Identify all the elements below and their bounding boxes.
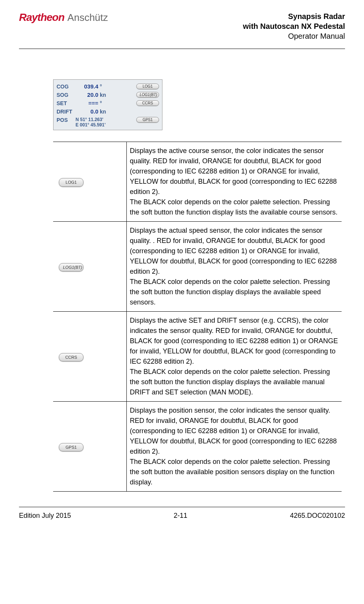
radar-panel: COG 039.4 ° LOG1 SOG 20.0 kn LOG1(BT) SE… bbox=[53, 79, 162, 130]
radar-row-cog: COG 039.4 ° LOG1 bbox=[57, 82, 159, 90]
radar-unit: kn bbox=[98, 109, 109, 115]
description-cell: Displays the position sensor, the color … bbox=[127, 402, 342, 492]
radar-unit: ° bbox=[98, 100, 109, 106]
radar-row-pos: POS N 51° 11.263' E 001° 45.591' GPS1 bbox=[57, 117, 159, 128]
log1-button[interactable]: LOG1 bbox=[59, 178, 84, 187]
table-row: GPS1 Displays the position sensor, the c… bbox=[53, 402, 342, 492]
ccrs-button[interactable]: CCRS bbox=[136, 100, 159, 106]
ccrs-button[interactable]: CCRS bbox=[59, 353, 84, 362]
pos-line2: E 001° 45.591' bbox=[76, 122, 106, 128]
logo: Raytheon Anschütz bbox=[19, 11, 108, 24]
description-cell: Displays the active SET and DRIFT sensor… bbox=[127, 312, 342, 402]
table-row: LOG1(BT) Displays the actual speed senso… bbox=[53, 222, 342, 312]
footer-page: 2-11 bbox=[71, 512, 290, 520]
radar-value: 20.0 bbox=[76, 91, 98, 98]
table-row: CCRS Displays the active SET and DRIFT s… bbox=[53, 312, 342, 402]
description-cell: Displays the actual speed sensor, the co… bbox=[127, 222, 342, 312]
gps1-button[interactable]: GPS1 bbox=[136, 117, 159, 123]
footer-edition: Edition July 2015 bbox=[19, 512, 71, 520]
header-title-line1: Synapsis Radar bbox=[243, 11, 345, 21]
radar-value: 039.4 bbox=[76, 83, 98, 90]
footer-doc: 4265.DOC020102 bbox=[290, 512, 345, 520]
logo-raytheon: Raytheon bbox=[19, 11, 65, 24]
table-row: LOG1 Displays the active course sensor, … bbox=[53, 142, 342, 222]
log1bt-button[interactable]: LOG1(BT) bbox=[136, 92, 159, 98]
description-cell: Displays the active course sensor, the c… bbox=[127, 142, 342, 222]
pos-line1: N 51° 11.263' bbox=[76, 117, 106, 122]
radar-label: COG bbox=[57, 84, 76, 90]
radar-value: === bbox=[76, 100, 98, 106]
header-title: Synapsis Radar with Nautoscan NX Pedesta… bbox=[243, 11, 345, 41]
gps1-button[interactable]: GPS1 bbox=[59, 443, 84, 452]
logo-anschutz: Anschütz bbox=[68, 12, 108, 24]
radar-unit: ° bbox=[98, 84, 109, 90]
page-footer: Edition July 2015 2-11 4265.DOC020102 bbox=[19, 507, 345, 520]
radar-label: SOG bbox=[57, 92, 76, 98]
description-table: LOG1 Displays the active course sensor, … bbox=[53, 142, 342, 492]
radar-row-sog: SOG 20.0 kn LOG1(BT) bbox=[57, 90, 159, 99]
log1-button[interactable]: LOG1 bbox=[136, 84, 159, 89]
header-title-line2: with Nautoscan NX Pedestal bbox=[243, 21, 345, 31]
radar-label: POS bbox=[57, 117, 76, 128]
log1bt-button[interactable]: LOG1(BT) bbox=[59, 263, 84, 272]
header-title-line3: Operator Manual bbox=[243, 31, 345, 41]
radar-row-set: SET === ° CCRS bbox=[57, 99, 159, 107]
page-header: Raytheon Anschütz Synapsis Radar with Na… bbox=[19, 11, 345, 49]
radar-value: 0.0 bbox=[76, 108, 98, 115]
radar-row-drift: DRIFT 0.0 kn bbox=[57, 107, 159, 115]
radar-label: SET bbox=[57, 100, 76, 106]
radar-unit: kn bbox=[98, 92, 109, 98]
radar-label: DRIFT bbox=[57, 109, 76, 115]
